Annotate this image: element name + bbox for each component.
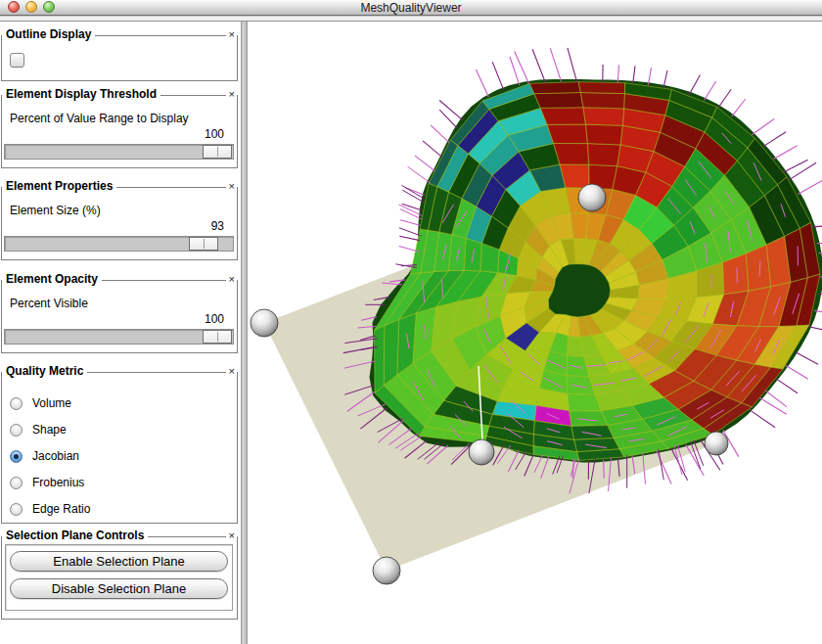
render-viewport[interactable] [248,22,822,644]
panel-close-icon[interactable]: × [226,29,236,40]
percent-visible-value: 100 [205,312,224,326]
panel-element-opacity: Element Opacity × Percent Visible 100 [1,280,238,353]
mesh-scene[interactable] [248,22,822,644]
radio-circle-icon [10,424,23,437]
panel-close-icon[interactable]: × [226,89,236,100]
panel-title-line [160,95,226,96]
element-size-slider[interactable] [4,236,234,252]
panel-element-display-threshold: Element Display Threshold × Percent of V… [1,95,238,168]
radio-shape[interactable]: Shape [10,421,67,438]
panel-close-icon[interactable]: × [226,366,236,377]
panel-title: Element Properties [5,179,116,194]
panel-title-line [102,280,226,281]
opacity-slider[interactable] [4,329,234,345]
title-bar: MeshQualityViewer [0,0,822,16]
panel-title-line [95,35,225,36]
panel-title: Quality Metric [5,364,87,379]
selection-plane-button-group: Enable Selection Plane Disable Selection… [5,544,233,611]
panel-title: Element Opacity [5,272,102,287]
radio-circle-icon [10,397,23,410]
sidebar-splitter[interactable] [241,22,248,644]
plane-corner-handle-top[interactable] [578,184,606,211]
radio-circle-icon [10,450,23,463]
app-window: { "window": { "title": "MeshQualityViewe… [0,0,822,644]
threshold-slider-handle[interactable] [203,145,232,159]
element-size-label: Element Size (%) [10,204,101,217]
element-size-value: 93 [211,219,224,233]
plane-corner-handle-left[interactable] [251,309,278,337]
opacity-slider-handle[interactable] [203,330,232,344]
radio-circle-icon [10,477,23,489]
panel-element-properties: Element Properties × Element Size (%) 93 [1,187,238,260]
radio-volume[interactable]: Volume [10,394,71,412]
panel-title: Outline Display [5,27,95,42]
plane-corner-handle-bottom[interactable] [373,557,400,584]
radio-frobenius[interactable]: Frobenius [10,474,84,491]
plane-center-handle[interactable] [469,439,494,465]
panel-close-icon[interactable]: × [226,274,236,285]
panel-outline-display: Outline Display × [1,35,238,81]
panel-title: Element Display Threshold [5,87,160,102]
radio-jacobian[interactable]: Jacobian [10,447,79,465]
threshold-slider[interactable] [4,144,234,160]
radio-circle-icon [10,503,23,516]
panel-title: Selection Plane Controls [5,529,148,543]
radio-edge-ratio[interactable]: Edge Ratio [10,500,90,518]
panel-selection-plane-controls: Selection Plane Controls × Enable Select… [1,536,238,620]
percent-visible-label: Percent Visible [10,297,88,310]
panel-close-icon[interactable]: × [226,181,236,192]
plane-corner-handle-right[interactable] [705,432,728,455]
panel-title-line [148,536,225,537]
panel-quality-metric: Quality Metric × Volume Shape Jacobian F… [1,372,238,524]
element-size-slider-handle[interactable] [189,237,218,251]
controls-sidebar: Outline Display × Element Display Thresh… [0,22,240,644]
panel-title-line [116,187,225,188]
window-title: MeshQualityViewer [0,1,822,15]
disable-selection-plane-button[interactable]: Disable Selection Plane [10,578,228,599]
threshold-label: Percent of Value Range to Display [10,112,189,125]
outline-display-checkbox[interactable] [10,53,24,68]
enable-selection-plane-button[interactable]: Enable Selection Plane [10,551,228,572]
panel-title-line [87,372,225,373]
threshold-value: 100 [205,127,224,141]
panel-close-icon[interactable]: × [226,530,236,541]
